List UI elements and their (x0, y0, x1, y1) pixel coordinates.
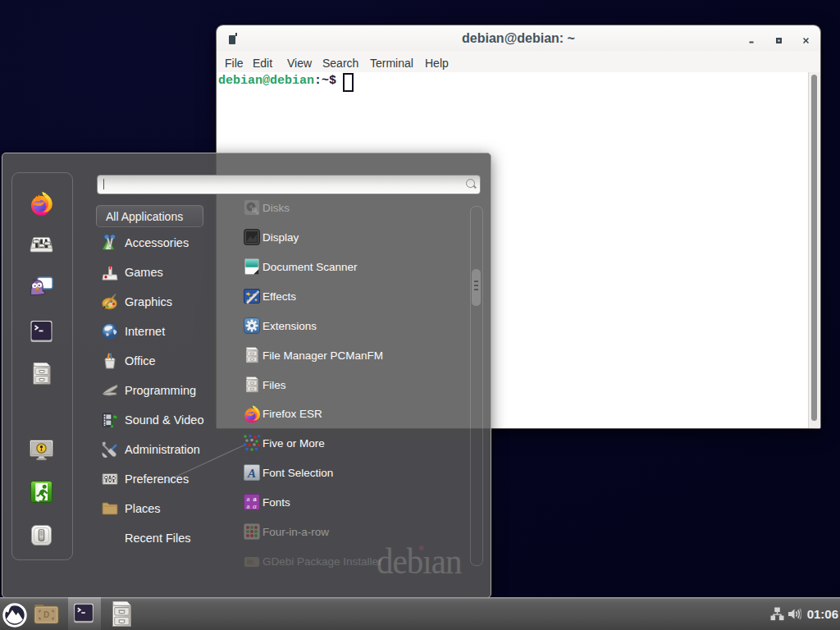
svg-text:a: a (247, 502, 250, 510)
svg-text:a: a (253, 502, 257, 510)
svg-text:D: D (43, 610, 49, 619)
svg-text:A: A (247, 467, 256, 480)
